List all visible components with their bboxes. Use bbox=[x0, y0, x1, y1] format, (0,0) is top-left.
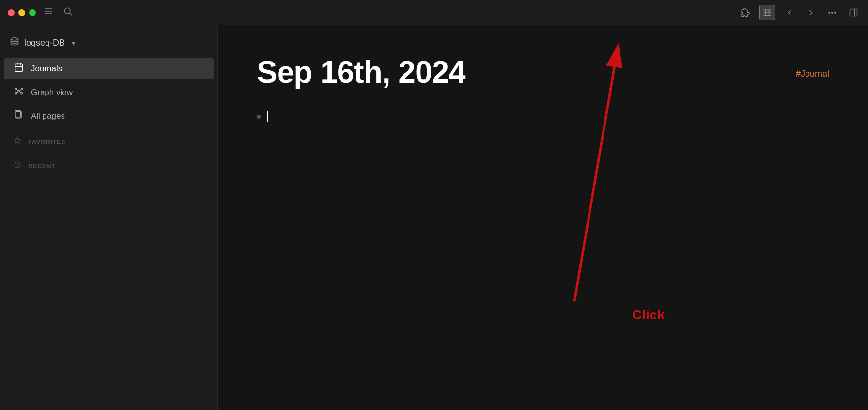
graph-icon bbox=[14, 86, 24, 98]
favorites-label: FAVORITES bbox=[28, 138, 65, 145]
svg-rect-16 bbox=[16, 64, 23, 71]
db-name: logseq-DB bbox=[24, 38, 65, 48]
toolbar-right bbox=[738, 5, 860, 20]
svg-line-26 bbox=[20, 90, 21, 91]
svg-point-12 bbox=[835, 12, 836, 13]
svg-point-20 bbox=[18, 90, 19, 92]
recent-section-header: RECENT bbox=[4, 156, 214, 175]
recent-label: RECENT bbox=[28, 162, 55, 170]
maximize-button[interactable] bbox=[29, 9, 36, 16]
title-bar bbox=[0, 0, 868, 25]
text-cursor bbox=[267, 111, 268, 122]
sidebar-item-all-pages[interactable]: All pages bbox=[4, 105, 214, 127]
hamburger-icon[interactable] bbox=[44, 6, 53, 18]
traffic-lights bbox=[8, 9, 36, 16]
click-label-annotation: Click bbox=[632, 307, 665, 323]
svg-point-21 bbox=[16, 88, 17, 90]
bullet-point bbox=[257, 115, 261, 119]
minimize-button[interactable] bbox=[18, 9, 25, 16]
sidebar-item-graph-view-label: Graph view bbox=[31, 88, 73, 97]
db-selector[interactable]: logseq-DB ▾ bbox=[0, 33, 217, 53]
main-layout: logseq-DB ▾ Journals bbox=[0, 25, 868, 410]
svg-marker-31 bbox=[14, 137, 20, 143]
extensions-button[interactable] bbox=[738, 6, 752, 19]
forward-button[interactable] bbox=[804, 6, 818, 19]
sidebar-item-journals-label: Journals bbox=[31, 64, 62, 74]
search-icon[interactable] bbox=[63, 6, 73, 18]
clock-icon bbox=[14, 161, 21, 171]
favorites-section-header: FAVORITES bbox=[4, 132, 214, 151]
calendar-icon bbox=[14, 63, 24, 75]
more-options-button[interactable] bbox=[825, 6, 839, 19]
journal-title: Sep 16th, 2024 bbox=[257, 54, 829, 90]
close-button[interactable] bbox=[8, 9, 15, 16]
db-chevron-icon: ▾ bbox=[72, 39, 75, 47]
content-area: Sep 16th, 2024 #Journal Click bbox=[218, 25, 868, 410]
db-icon bbox=[10, 37, 19, 49]
svg-point-22 bbox=[21, 88, 22, 90]
pages-icon bbox=[14, 110, 24, 122]
title-bar-icons bbox=[44, 6, 73, 18]
svg-rect-13 bbox=[850, 9, 857, 16]
svg-point-10 bbox=[829, 12, 830, 13]
svg-point-23 bbox=[16, 93, 17, 94]
svg-line-27 bbox=[17, 92, 18, 93]
editor-line[interactable] bbox=[257, 110, 829, 124]
content-inner[interactable]: Sep 16th, 2024 #Journal Click bbox=[218, 25, 868, 410]
svg-point-24 bbox=[21, 93, 22, 94]
svg-point-3 bbox=[64, 8, 70, 14]
back-button[interactable] bbox=[783, 6, 796, 19]
svg-line-4 bbox=[70, 13, 72, 16]
svg-line-28 bbox=[20, 92, 21, 93]
svg-point-15 bbox=[11, 38, 18, 40]
sidebar-item-graph-view[interactable]: Graph view bbox=[4, 81, 214, 103]
sidebar-item-journals[interactable]: Journals bbox=[4, 58, 214, 79]
star-icon bbox=[14, 137, 21, 146]
sidebar-toggle-button[interactable] bbox=[847, 6, 860, 19]
api-button[interactable] bbox=[760, 5, 775, 20]
sidebar: logseq-DB ▾ Journals bbox=[0, 25, 218, 410]
sidebar-item-all-pages-label: All pages bbox=[31, 111, 65, 121]
svg-line-25 bbox=[17, 90, 18, 91]
svg-point-11 bbox=[832, 12, 833, 13]
